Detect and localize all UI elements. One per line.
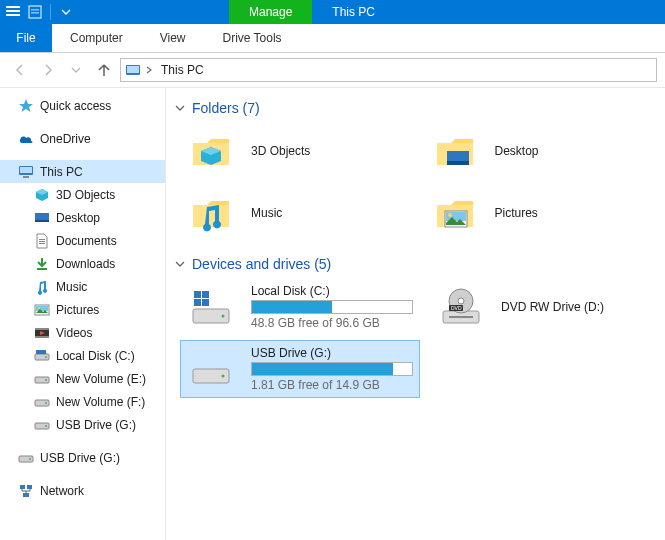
svg-rect-16 [37,268,47,270]
file-tab[interactable]: File [0,24,52,52]
folder-cube-icon [187,127,235,175]
nav-label: OneDrive [40,132,91,146]
folder-pictures[interactable]: Pictures [424,184,658,242]
nav-label: Network [40,484,84,498]
nav-onedrive[interactable]: OneDrive [0,127,165,150]
svg-point-42 [448,213,452,217]
drive-icon [34,371,50,387]
item-label: Desktop [495,144,539,158]
section-drives-header[interactable]: Devices and drives (5) [174,256,657,272]
nav-downloads[interactable]: Downloads [0,252,165,275]
svg-rect-0 [6,6,20,8]
nav-label: Videos [56,326,92,340]
nav-desktop[interactable]: Desktop [0,206,165,229]
chevron-down-icon [174,258,186,270]
breadcrumb-current[interactable]: This PC [161,63,204,77]
nav-quick-access[interactable]: Quick access [0,94,165,117]
svg-rect-46 [202,291,209,298]
address-path[interactable]: This PC [120,58,657,82]
up-button[interactable] [92,58,116,82]
drive-dvd-d[interactable]: DVD DVD RW Drive (D:) [430,278,657,336]
ribbon-context-tabs: Manage This PC [229,0,395,24]
svg-rect-45 [194,291,201,298]
svg-point-28 [45,379,47,381]
nav-pictures[interactable]: Pictures [0,298,165,321]
properties-icon[interactable] [26,3,44,21]
section-title: Folders (7) [192,100,260,116]
folder-desktop-icon [431,127,479,175]
svg-rect-21 [35,328,49,330]
svg-rect-1 [6,10,20,12]
folder-3d-objects[interactable]: 3D Objects [180,122,414,180]
capacity-fill [252,363,393,375]
nav-music[interactable]: Music [0,275,165,298]
chevron-down-icon [174,102,186,114]
nav-label: 3D Objects [56,188,115,202]
system-menu-icon[interactable] [4,3,22,21]
nav-label: Quick access [40,99,111,113]
qat-dropdown-icon[interactable] [57,3,75,21]
computer-tab[interactable]: Computer [52,24,142,52]
svg-rect-15 [39,243,45,244]
nav-3d-objects[interactable]: 3D Objects [0,183,165,206]
nav-documents[interactable]: Documents [0,229,165,252]
nav-local-disk-c[interactable]: Local Disk (C:) [0,344,165,367]
video-icon [34,325,50,341]
back-button[interactable] [8,58,32,82]
folders-grid: 3D Objects Desktop Mus [180,122,657,242]
svg-rect-25 [36,350,41,354]
nav-label: This PC [40,165,83,179]
os-drive-icon [187,283,235,331]
drive-icon [34,394,50,410]
desktop-icon [34,210,50,226]
svg-rect-7 [127,66,139,73]
svg-rect-18 [36,306,48,311]
star-icon [18,98,34,114]
context-tab-manage[interactable]: Manage [229,0,312,24]
svg-rect-13 [39,239,45,240]
nav-new-volume-e[interactable]: New Volume (E:) [0,367,165,390]
recent-locations-dropdown[interactable] [64,58,88,82]
drive-tools-tab[interactable]: Drive Tools [204,24,300,52]
item-label: Pictures [495,206,538,220]
svg-rect-2 [6,14,20,16]
forward-button[interactable] [36,58,60,82]
svg-rect-9 [20,167,32,173]
nav-label: Local Disk (C:) [56,349,135,363]
svg-point-24 [45,356,47,358]
section-folders-header[interactable]: Folders (7) [174,100,657,116]
nav-videos[interactable]: Videos [0,321,165,344]
svg-rect-35 [20,485,25,489]
drive-usb-g[interactable]: USB Drive (G:) 1.81 GB free of 14.9 GB [180,340,420,398]
nav-usb-drive-g-2[interactable]: USB Drive (G:) [0,446,165,469]
svg-point-30 [45,402,47,404]
nav-network[interactable]: Network [0,479,165,502]
usb-drive-icon [34,417,50,433]
drive-icon [34,348,50,364]
network-icon [18,483,34,499]
svg-rect-12 [35,220,49,222]
drive-local-disk-c[interactable]: Local Disk (C:) 48.8 GB free of 96.6 GB [180,278,420,336]
ribbon-tabs: File Computer View Drive Tools [0,24,665,53]
capacity-bar [251,300,413,314]
svg-rect-14 [39,241,45,242]
item-label: DVD RW Drive (D:) [501,300,604,314]
svg-rect-36 [27,485,32,489]
nav-label: USB Drive (G:) [40,451,120,465]
folder-desktop[interactable]: Desktop [424,122,658,180]
folder-music[interactable]: Music [180,184,414,242]
folder-music-icon [187,189,235,237]
nav-label: Music [56,280,87,294]
svg-rect-26 [41,350,46,354]
nav-this-pc[interactable]: This PC [0,160,165,183]
nav-new-volume-f[interactable]: New Volume (F:) [0,390,165,413]
view-tab[interactable]: View [142,24,205,52]
svg-point-56 [222,375,225,378]
monitor-icon [18,164,34,180]
item-sublabel: 1.81 GB free of 14.9 GB [251,378,413,392]
item-label: Local Disk (C:) [251,284,413,298]
svg-rect-10 [23,176,29,178]
nav-usb-drive-g-1[interactable]: USB Drive (G:) [0,413,165,436]
svg-rect-48 [202,299,209,306]
item-label: USB Drive (G:) [251,346,413,360]
